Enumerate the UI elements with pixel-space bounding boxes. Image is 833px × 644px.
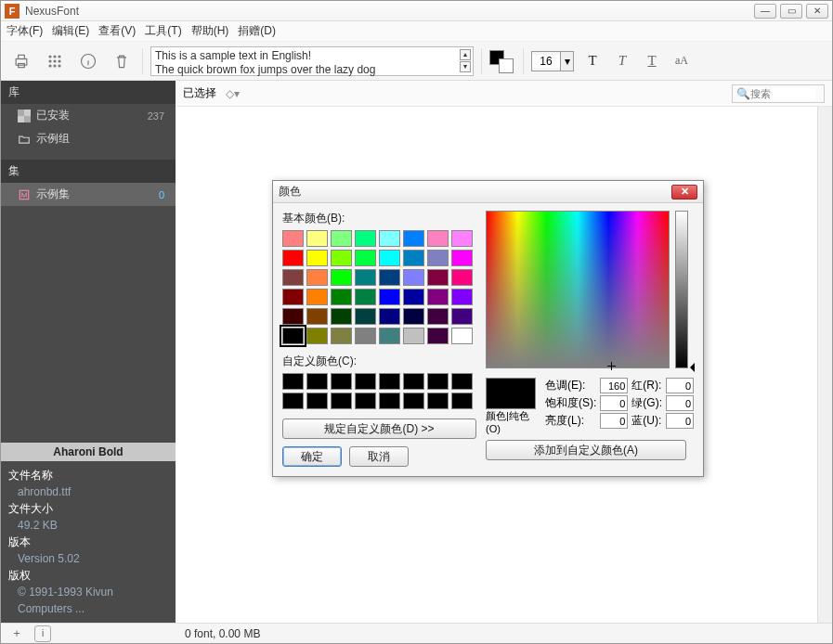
bg-color-swatch[interactable] (499, 58, 514, 73)
red-input[interactable] (666, 378, 694, 393)
menu-font[interactable]: 字体(F) (7, 23, 43, 39)
info-button[interactable] (75, 48, 101, 74)
basic-color-swatch[interactable] (355, 308, 376, 325)
info-status-button[interactable]: i (34, 625, 51, 642)
vertical-scrollbar[interactable] (817, 107, 832, 623)
basic-color-swatch[interactable] (331, 308, 352, 325)
basic-color-swatch[interactable] (427, 289, 449, 305)
dialog-titlebar[interactable]: 颜色 ✕ (273, 181, 703, 203)
basic-color-swatch[interactable] (379, 289, 400, 305)
basic-color-swatch[interactable] (355, 230, 376, 247)
sidebar-item-installed[interactable]: 已安装 237 (1, 104, 176, 127)
basic-color-swatch[interactable] (306, 328, 328, 344)
sample-spin-down[interactable]: ▾ (460, 61, 471, 72)
add-button[interactable]: ＋ (8, 625, 25, 642)
sidebar-item-sample-group[interactable]: 示例组 (1, 127, 176, 150)
custom-color-swatch[interactable] (282, 393, 304, 409)
basic-color-swatch[interactable] (331, 328, 352, 344)
custom-color-swatch[interactable] (451, 373, 473, 390)
ok-button[interactable]: 确定 (282, 446, 342, 467)
basic-color-swatch[interactable] (379, 230, 400, 247)
basic-color-swatch[interactable] (427, 230, 449, 247)
font-size-selector[interactable]: ▾ (531, 51, 574, 71)
basic-color-swatch[interactable] (306, 289, 328, 305)
text-style-underline[interactable]: T (641, 51, 663, 71)
menu-edit[interactable]: 编辑(E) (52, 23, 89, 39)
search-box[interactable]: 🔍 (732, 84, 825, 103)
basic-color-swatch[interactable] (427, 328, 449, 344)
basic-color-swatch[interactable] (379, 250, 400, 266)
search-input[interactable] (750, 88, 815, 99)
sidebar-item-sample-set[interactable]: 示例集 0 (1, 183, 176, 206)
define-custom-button[interactable]: 规定自定义颜色(D) >> (282, 419, 476, 439)
tag-icon[interactable]: ◇▾ (226, 87, 240, 100)
basic-color-swatch[interactable] (427, 269, 449, 286)
sat-input[interactable] (600, 395, 628, 411)
maximize-button[interactable]: ▭ (780, 4, 802, 19)
text-style-regular[interactable]: T (581, 51, 604, 71)
hue-input[interactable] (600, 378, 628, 393)
blue-input[interactable] (666, 413, 694, 429)
basic-color-swatch[interactable] (331, 230, 352, 247)
basic-color-swatch[interactable] (451, 269, 473, 286)
custom-color-swatch[interactable] (355, 373, 376, 390)
basic-color-swatch[interactable] (427, 308, 449, 325)
custom-color-swatch[interactable] (306, 373, 328, 390)
basic-color-swatch[interactable] (427, 250, 449, 266)
custom-color-swatch[interactable] (427, 373, 449, 390)
basic-color-swatch[interactable] (451, 328, 473, 344)
basic-color-swatch[interactable] (403, 250, 424, 266)
cancel-button[interactable]: 取消 (349, 446, 409, 467)
basic-color-swatch[interactable] (451, 289, 473, 305)
basic-color-swatch[interactable] (306, 250, 328, 266)
basic-color-swatch[interactable] (403, 308, 424, 325)
basic-color-swatch[interactable] (331, 269, 352, 286)
text-aa-button[interactable]: aA (670, 51, 693, 71)
text-style-italic[interactable]: T (611, 51, 633, 71)
sample-text-input[interactable]: This is a sample text in English! The qu… (150, 46, 474, 76)
basic-color-swatch[interactable] (379, 269, 400, 286)
custom-color-swatch[interactable] (306, 393, 328, 409)
custom-color-swatch[interactable] (379, 393, 400, 409)
basic-color-swatch[interactable] (282, 250, 304, 266)
menu-tools[interactable]: 工具(T) (145, 23, 181, 39)
basic-color-swatch[interactable] (403, 269, 424, 286)
sample-spin-up[interactable]: ▴ (460, 49, 471, 60)
basic-color-swatch[interactable] (451, 230, 473, 247)
basic-color-swatch[interactable] (355, 269, 376, 286)
basic-color-swatch[interactable] (403, 230, 424, 247)
minimize-button[interactable]: — (754, 4, 776, 19)
delete-button[interactable] (109, 48, 135, 74)
basic-color-swatch[interactable] (282, 269, 304, 286)
custom-color-swatch[interactable] (403, 393, 424, 409)
basic-color-swatch[interactable] (282, 289, 304, 305)
green-input[interactable] (666, 395, 694, 411)
lum-input[interactable] (600, 413, 628, 429)
custom-color-swatch[interactable] (451, 393, 473, 409)
dialog-close-button[interactable]: ✕ (671, 185, 697, 200)
custom-color-swatch[interactable] (355, 393, 376, 409)
basic-color-swatch[interactable] (306, 269, 328, 286)
basic-color-swatch[interactable] (331, 289, 352, 305)
basic-color-swatch[interactable] (451, 250, 473, 266)
basic-color-swatch[interactable] (403, 328, 424, 344)
custom-color-swatch[interactable] (331, 373, 352, 390)
basic-color-swatch[interactable] (355, 250, 376, 266)
basic-color-swatch[interactable] (355, 289, 376, 305)
custom-color-swatch[interactable] (427, 393, 449, 409)
luminance-slider[interactable] (675, 211, 688, 368)
grid-button[interactable] (42, 48, 68, 74)
add-custom-color-button[interactable]: 添加到自定义颜色(A) (486, 440, 686, 460)
basic-color-swatch[interactable] (306, 308, 328, 325)
custom-color-swatch[interactable] (282, 373, 304, 390)
basic-color-swatch[interactable] (331, 250, 352, 266)
basic-color-swatch[interactable] (403, 289, 424, 305)
menu-help[interactable]: 帮助(H) (191, 23, 229, 39)
basic-color-swatch[interactable] (306, 230, 328, 247)
font-size-dropdown[interactable]: ▾ (560, 52, 573, 71)
menu-donate[interactable]: 捐赠(D) (238, 23, 276, 39)
basic-color-swatch[interactable] (379, 328, 400, 344)
font-size-input[interactable] (532, 55, 560, 68)
close-button[interactable]: ✕ (806, 4, 828, 19)
basic-color-swatch[interactable] (282, 308, 304, 325)
